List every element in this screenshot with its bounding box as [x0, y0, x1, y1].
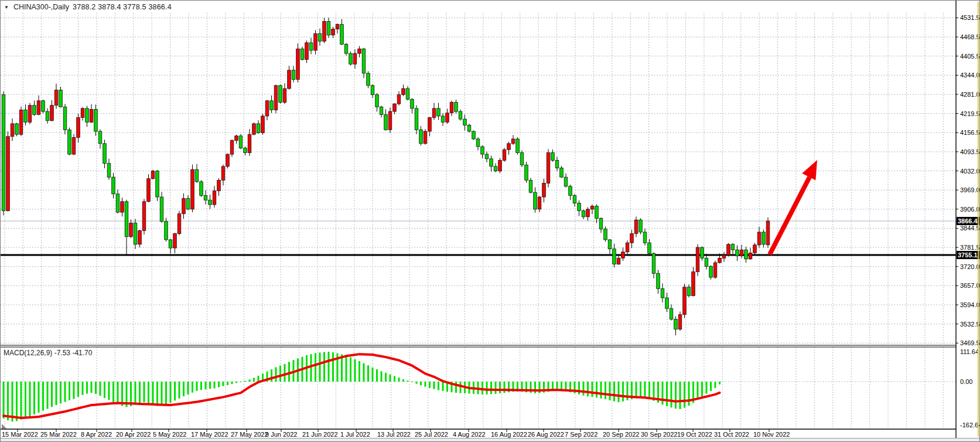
- date-axis-label: 1 Jul 2022: [340, 431, 370, 438]
- support-price-badge[interactable]: 3755.1: [957, 251, 980, 259]
- date-axis-label: 25 Jul 2022: [415, 431, 448, 438]
- date-axis-label: 7 Sep 2022: [565, 431, 597, 438]
- macd-indicator-label: MACD(12,26,9) -7.53 -41.70: [4, 349, 92, 357]
- date-axis-label: 27 May 2022: [231, 431, 268, 438]
- date-axis-label: 5 May 2022: [153, 431, 186, 438]
- date-axis-label: 10 Nov 2022: [753, 431, 790, 438]
- current-price-badge: 3866.4: [957, 217, 980, 225]
- chart-window: ▼ CHINA300-,Daily 3788.2 3878.4 3778.5 3…: [0, 0, 980, 442]
- date-axis-label: 4 Aug 2022: [453, 431, 486, 438]
- date-axis-label: 8 Apr 2022: [81, 431, 112, 438]
- date-axis-label: 17 May 2022: [191, 431, 228, 438]
- time-axis[interactable]: 15 Mar 202225 Mar 20228 Apr 202220 Apr 2…: [1, 1, 980, 442]
- date-axis-label: 25 Mar 2022: [40, 431, 77, 438]
- date-axis-label: 20 Apr 2022: [116, 431, 151, 438]
- date-axis-label: 30 Sep 2022: [641, 431, 677, 438]
- date-axis-label: 13 Jul 2022: [377, 431, 411, 438]
- date-axis-label: 26 Aug 2022: [528, 431, 564, 438]
- date-axis-label: 19 Oct 2022: [677, 431, 712, 438]
- symbol-dropdown-icon[interactable]: ▼: [4, 5, 10, 10]
- window-active-edge: [978, 2, 979, 437]
- ohlc-values: 3788.2 3878.4 3778.5 3866.4: [73, 3, 172, 11]
- symbol-period-label: CHINA300-,Daily: [13, 3, 69, 11]
- date-axis-label: 31 Oct 2022: [714, 431, 749, 438]
- date-axis-label: 20 Sep 2022: [603, 431, 639, 438]
- chart-title: ▼ CHINA300-,Daily 3788.2 3878.4 3778.5 3…: [4, 3, 172, 11]
- date-axis-label: 16 Aug 2022: [491, 431, 527, 438]
- date-axis-label: 21 Jun 2022: [302, 431, 338, 438]
- date-axis-label: 9 Jun 2022: [265, 431, 297, 438]
- date-axis-label: 15 Mar 2022: [2, 431, 38, 438]
